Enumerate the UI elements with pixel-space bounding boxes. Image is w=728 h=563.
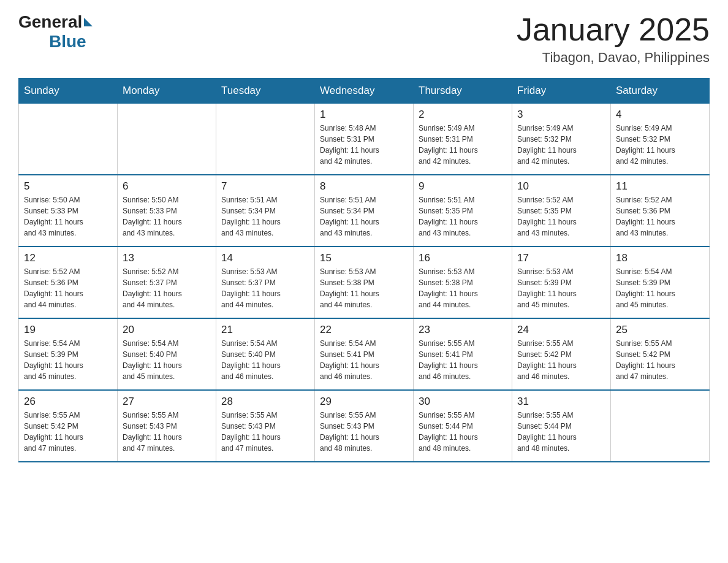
day-info: Sunrise: 5:55 AMSunset: 5:44 PMDaylight:…: [517, 410, 605, 454]
day-number: 4: [616, 109, 704, 121]
calendar-cell: [118, 104, 216, 175]
calendar-cell: [19, 104, 118, 175]
calendar-header-wednesday: Wednesday: [315, 79, 414, 104]
calendar-header-friday: Friday: [512, 79, 611, 104]
calendar-cell: 2Sunrise: 5:49 AMSunset: 5:31 PMDaylight…: [414, 104, 512, 175]
day-number: 7: [221, 180, 309, 193]
day-number: 11: [616, 180, 704, 193]
calendar-cell: 8Sunrise: 5:51 AMSunset: 5:34 PMDaylight…: [315, 175, 414, 247]
calendar-cell: 31Sunrise: 5:55 AMSunset: 5:44 PMDayligh…: [512, 390, 611, 462]
calendar-cell: 22Sunrise: 5:54 AMSunset: 5:41 PMDayligh…: [315, 318, 414, 390]
day-number: 9: [419, 180, 507, 193]
day-info: Sunrise: 5:54 AMSunset: 5:39 PMDaylight:…: [24, 338, 112, 382]
day-number: 8: [320, 180, 408, 193]
day-info: Sunrise: 5:51 AMSunset: 5:34 PMDaylight:…: [221, 194, 309, 239]
calendar-cell: 24Sunrise: 5:55 AMSunset: 5:42 PMDayligh…: [512, 318, 611, 390]
calendar-cell: [216, 104, 315, 175]
day-info: Sunrise: 5:54 AMSunset: 5:40 PMDaylight:…: [123, 338, 211, 382]
day-info: Sunrise: 5:55 AMSunset: 5:43 PMDaylight:…: [320, 410, 408, 454]
day-info: Sunrise: 5:52 AMSunset: 5:36 PMDaylight:…: [24, 266, 112, 310]
day-number: 17: [517, 252, 605, 264]
logo-blue-text: Blue: [49, 32, 86, 51]
day-info: Sunrise: 5:53 AMSunset: 5:39 PMDaylight:…: [517, 266, 605, 310]
calendar-cell: 9Sunrise: 5:51 AMSunset: 5:35 PMDaylight…: [414, 175, 512, 247]
day-info: Sunrise: 5:55 AMSunset: 5:42 PMDaylight:…: [517, 338, 605, 382]
day-number: 19: [24, 324, 112, 336]
day-info: Sunrise: 5:49 AMSunset: 5:31 PMDaylight:…: [419, 123, 507, 167]
calendar-header-thursday: Thursday: [414, 79, 512, 104]
calendar-cell: 16Sunrise: 5:53 AMSunset: 5:38 PMDayligh…: [414, 247, 512, 318]
calendar-cell: [611, 390, 710, 462]
logo: General Blue: [18, 12, 93, 52]
day-info: Sunrise: 5:55 AMSunset: 5:44 PMDaylight:…: [419, 410, 507, 454]
calendar-cell: 21Sunrise: 5:54 AMSunset: 5:40 PMDayligh…: [216, 318, 315, 390]
calendar-cell: 3Sunrise: 5:49 AMSunset: 5:32 PMDaylight…: [512, 104, 611, 175]
day-info: Sunrise: 5:52 AMSunset: 5:36 PMDaylight:…: [616, 194, 704, 239]
calendar-cell: 13Sunrise: 5:52 AMSunset: 5:37 PMDayligh…: [118, 247, 216, 318]
calendar-cell: 1Sunrise: 5:48 AMSunset: 5:31 PMDaylight…: [315, 104, 414, 175]
day-number: 22: [320, 324, 408, 336]
day-info: Sunrise: 5:55 AMSunset: 5:43 PMDaylight:…: [123, 410, 211, 454]
calendar-week-row: 1Sunrise: 5:48 AMSunset: 5:31 PMDaylight…: [19, 104, 710, 175]
day-info: Sunrise: 5:54 AMSunset: 5:40 PMDaylight:…: [221, 338, 309, 382]
calendar-cell: 30Sunrise: 5:55 AMSunset: 5:44 PMDayligh…: [414, 390, 512, 462]
day-number: 2: [419, 109, 507, 121]
day-info: Sunrise: 5:51 AMSunset: 5:35 PMDaylight:…: [419, 194, 507, 239]
calendar-header-monday: Monday: [118, 79, 216, 104]
day-number: 21: [221, 324, 309, 336]
day-info: Sunrise: 5:55 AMSunset: 5:43 PMDaylight:…: [221, 410, 309, 454]
page-header: General Blue January 2025 Tibagon, Davao…: [18, 12, 710, 66]
calendar-week-row: 26Sunrise: 5:55 AMSunset: 5:42 PMDayligh…: [19, 390, 710, 462]
calendar-cell: 14Sunrise: 5:53 AMSunset: 5:37 PMDayligh…: [216, 247, 315, 318]
day-number: 24: [517, 324, 605, 336]
day-number: 5: [24, 180, 112, 193]
day-info: Sunrise: 5:49 AMSunset: 5:32 PMDaylight:…: [517, 123, 605, 167]
day-number: 13: [123, 252, 211, 264]
day-number: 16: [419, 252, 507, 264]
day-number: 23: [419, 324, 507, 336]
calendar-cell: 12Sunrise: 5:52 AMSunset: 5:36 PMDayligh…: [19, 247, 118, 318]
day-number: 15: [320, 252, 408, 264]
day-info: Sunrise: 5:50 AMSunset: 5:33 PMDaylight:…: [24, 194, 112, 239]
calendar-table: SundayMondayTuesdayWednesdayThursdayFrid…: [18, 78, 710, 462]
day-info: Sunrise: 5:51 AMSunset: 5:34 PMDaylight:…: [320, 194, 408, 239]
calendar-header-tuesday: Tuesday: [216, 79, 315, 104]
calendar-cell: 15Sunrise: 5:53 AMSunset: 5:38 PMDayligh…: [315, 247, 414, 318]
location-subtitle: Tibagon, Davao, Philippines: [517, 50, 710, 66]
day-number: 14: [221, 252, 309, 264]
calendar-cell: 11Sunrise: 5:52 AMSunset: 5:36 PMDayligh…: [611, 175, 710, 247]
day-info: Sunrise: 5:54 AMSunset: 5:41 PMDaylight:…: [320, 338, 408, 382]
day-number: 20: [123, 324, 211, 336]
calendar-cell: 20Sunrise: 5:54 AMSunset: 5:40 PMDayligh…: [118, 318, 216, 390]
day-info: Sunrise: 5:55 AMSunset: 5:42 PMDaylight:…: [24, 410, 112, 454]
calendar-week-row: 12Sunrise: 5:52 AMSunset: 5:36 PMDayligh…: [19, 247, 710, 318]
day-number: 27: [123, 396, 211, 408]
calendar-header-saturday: Saturday: [611, 79, 710, 104]
calendar-header-row: SundayMondayTuesdayWednesdayThursdayFrid…: [19, 79, 710, 104]
day-info: Sunrise: 5:55 AMSunset: 5:42 PMDaylight:…: [616, 338, 704, 382]
day-info: Sunrise: 5:52 AMSunset: 5:35 PMDaylight:…: [517, 194, 605, 239]
day-number: 1: [320, 109, 408, 121]
day-info: Sunrise: 5:54 AMSunset: 5:39 PMDaylight:…: [616, 266, 704, 310]
calendar-cell: 26Sunrise: 5:55 AMSunset: 5:42 PMDayligh…: [19, 390, 118, 462]
day-info: Sunrise: 5:52 AMSunset: 5:37 PMDaylight:…: [123, 266, 211, 310]
day-number: 3: [517, 109, 605, 121]
day-info: Sunrise: 5:50 AMSunset: 5:33 PMDaylight:…: [123, 194, 211, 239]
day-info: Sunrise: 5:53 AMSunset: 5:38 PMDaylight:…: [419, 266, 507, 310]
logo-triangle-icon: [84, 18, 93, 26]
day-info: Sunrise: 5:53 AMSunset: 5:38 PMDaylight:…: [320, 266, 408, 310]
calendar-cell: 23Sunrise: 5:55 AMSunset: 5:41 PMDayligh…: [414, 318, 512, 390]
calendar-week-row: 19Sunrise: 5:54 AMSunset: 5:39 PMDayligh…: [19, 318, 710, 390]
title-block: January 2025 Tibagon, Davao, Philippines: [517, 12, 710, 66]
month-year-title: January 2025: [517, 12, 710, 47]
day-number: 26: [24, 396, 112, 408]
calendar-cell: 4Sunrise: 5:49 AMSunset: 5:32 PMDaylight…: [611, 104, 710, 175]
calendar-cell: 5Sunrise: 5:50 AMSunset: 5:33 PMDaylight…: [19, 175, 118, 247]
logo-general-text: General: [18, 12, 82, 32]
day-number: 25: [616, 324, 704, 336]
calendar-cell: 25Sunrise: 5:55 AMSunset: 5:42 PMDayligh…: [611, 318, 710, 390]
day-info: Sunrise: 5:48 AMSunset: 5:31 PMDaylight:…: [320, 123, 408, 167]
day-info: Sunrise: 5:49 AMSunset: 5:32 PMDaylight:…: [616, 123, 704, 167]
calendar-cell: 6Sunrise: 5:50 AMSunset: 5:33 PMDaylight…: [118, 175, 216, 247]
calendar-cell: 10Sunrise: 5:52 AMSunset: 5:35 PMDayligh…: [512, 175, 611, 247]
